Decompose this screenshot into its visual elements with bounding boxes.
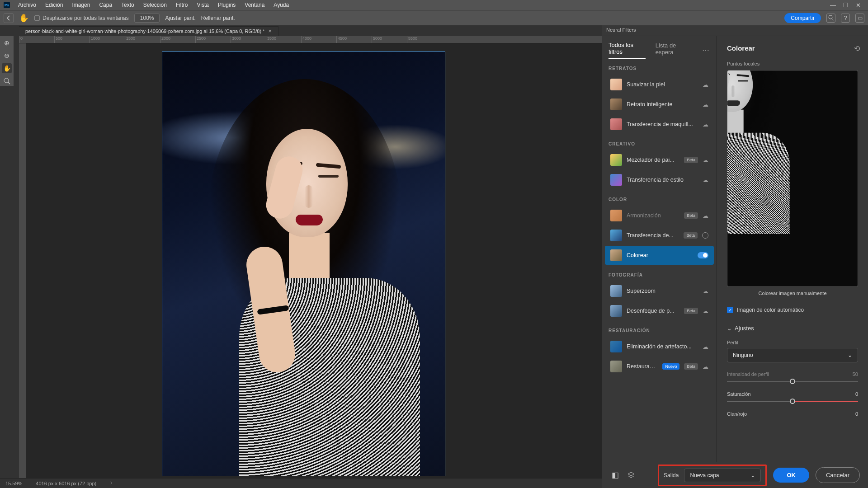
fit-screen-button[interactable]: Ajustar pant.: [165, 15, 195, 21]
menu-imagen[interactable]: Imagen: [67, 2, 94, 8]
auto-color-checkbox[interactable]: ✓ Imagen de color automático: [727, 307, 858, 313]
nav-back-icon[interactable]: [4, 13, 14, 23]
tab-close-icon[interactable]: ×: [269, 28, 272, 34]
tab-waitlist[interactable]: Lista de espera: [656, 42, 692, 58]
cancel-button[interactable]: Cancelar: [816, 467, 860, 483]
neural-filters-panel: Neural Filters Todos los filtros Lista d…: [602, 25, 868, 488]
filter-skin-smooth[interactable]: Suavizar la piel☁: [605, 75, 714, 94]
adjustments-section[interactable]: ⌄ Ajustes: [727, 325, 858, 332]
app-menubar: Ps Archivo Edición Imagen Capa Texto Sel…: [0, 0, 868, 10]
window-close-icon[interactable]: ✕: [852, 2, 864, 9]
hand-tool-icon[interactable]: ✋: [19, 13, 29, 23]
settings-title: Colorear: [727, 44, 858, 52]
filter-colorize[interactable]: Colorear: [605, 246, 714, 265]
search-icon[interactable]: [826, 14, 835, 23]
cloud-icon: ☁: [703, 212, 708, 219]
cloud-icon: ☁: [703, 177, 708, 183]
filter-jpeg-artifacts[interactable]: Eliminación de artefacto...☁: [605, 337, 714, 356]
focal-points-label: Puntos focales: [727, 61, 858, 66]
menu-archivo[interactable]: Archivo: [14, 2, 41, 8]
category-fotografia: FOTOGRAFÍA: [602, 265, 717, 281]
hand-icon[interactable]: ✋: [2, 63, 12, 73]
menu-vista[interactable]: Vista: [192, 2, 213, 8]
cyan-red-label: Cian/rojo: [727, 411, 747, 417]
share-button[interactable]: Compartir: [784, 13, 821, 23]
svg-point-0: [829, 15, 832, 19]
help-icon[interactable]: ?: [841, 14, 850, 23]
zoom-tool-icon[interactable]: [2, 76, 12, 86]
filter-color-transfer[interactable]: Transferencia de...Beta: [605, 226, 714, 245]
category-retratos: RETRATOS: [602, 59, 717, 75]
window-minimize-icon[interactable]: —: [826, 2, 840, 9]
ok-button[interactable]: OK: [773, 468, 809, 483]
manual-colorize-link[interactable]: Colorear imagen manualmente: [727, 291, 858, 296]
output-label: Salida: [664, 472, 679, 479]
menu-texto[interactable]: Texto: [117, 2, 139, 8]
filter-settings: Colorear ⟲ Puntos focales Colorear image…: [717, 36, 868, 462]
filter-makeup-transfer[interactable]: Transferencia de maquill...☁: [605, 115, 714, 134]
panel-footer: ◧ Salida Nueva capa ⌄ OK Cancelar: [602, 462, 868, 488]
options-bar: ✋ Desplazarse por todas las ventanas 100…: [0, 10, 868, 25]
menu-edicion[interactable]: Edición: [41, 2, 67, 8]
filter-landscape-mixer[interactable]: Mezclador de pai...Beta☁: [605, 150, 714, 169]
zoom-level: 15.59%: [5, 481, 22, 486]
more-icon[interactable]: ⋯: [702, 46, 710, 55]
intensity-label: Intensidad de perfil: [727, 371, 769, 377]
saturation-slider[interactable]: [727, 401, 858, 402]
filter-list: Todos los filtros Lista de espera ⋯ RETR…: [602, 36, 717, 462]
cloud-icon: ☁: [703, 288, 708, 295]
category-restauracion: RESTAURACIÓN: [602, 321, 717, 337]
cloud-icon: ☁: [703, 121, 708, 128]
window-maximize-icon[interactable]: ❐: [840, 2, 852, 9]
workspace-icon[interactable]: ▭: [855, 14, 864, 23]
scroll-all-checkbox[interactable]: Desplazarse por todas las ventanas: [34, 15, 129, 21]
output-highlighted-group: Salida Nueva capa ⌄: [658, 465, 767, 486]
status-chevron-icon[interactable]: 〉: [110, 480, 115, 487]
profile-label: Perfil: [727, 340, 858, 345]
menu-filtro[interactable]: Filtro: [171, 2, 193, 8]
menu-capa[interactable]: Capa: [94, 2, 117, 8]
chevron-down-icon: ⌄: [848, 352, 852, 358]
reset-icon[interactable]: ⟲: [854, 44, 860, 53]
document-tab[interactable]: person-black-and-white-girl-woman-white-…: [19, 26, 278, 36]
menu-ayuda[interactable]: Ayuda: [269, 2, 293, 8]
svg-line-1: [832, 19, 834, 20]
svg-point-2: [4, 78, 9, 83]
status-bar: 15.59% 4016 px x 6016 px (72 ppp) 〉: [0, 478, 602, 488]
zoom-in-icon[interactable]: ⊕: [2, 38, 12, 48]
cloud-icon: ☁: [703, 157, 708, 164]
category-creativo: CREATIVO: [602, 134, 717, 150]
chevron-down-icon: ⌄: [750, 472, 755, 479]
filter-style-transfer[interactable]: Transferencia de estilo☁: [605, 170, 714, 189]
scroll-all-label: Desplazarse por todas las ventanas: [42, 15, 129, 21]
intensity-slider[interactable]: [727, 381, 858, 382]
compare-icon[interactable]: ◧: [610, 470, 621, 480]
ruler-vertical: [19, 43, 26, 478]
menu-seleccion[interactable]: Selección: [139, 2, 171, 8]
fill-screen-button[interactable]: Rellenar pant.: [201, 15, 235, 21]
filter-depth-blur[interactable]: Desenfoque de p...Beta☁: [605, 301, 714, 320]
layers-icon[interactable]: [627, 471, 638, 479]
menu-ventana[interactable]: Ventana: [240, 2, 269, 8]
filter-photo-restoration[interactable]: Restauraci...NuevoBeta☁: [605, 357, 714, 376]
zoom-out-icon[interactable]: ⊖: [2, 51, 12, 61]
output-select[interactable]: Nueva capa ⌄: [684, 469, 761, 482]
toggle-on-icon[interactable]: [698, 252, 708, 258]
zoom-100-button[interactable]: 100%: [134, 14, 160, 23]
intensity-value: 50: [853, 371, 858, 377]
profile-select[interactable]: Ninguno ⌄: [727, 348, 858, 362]
preview-image[interactable]: [727, 70, 858, 287]
filter-smart-portrait[interactable]: Retrato inteligente☁: [605, 95, 714, 114]
panel-title: Neural Filters: [602, 25, 868, 36]
filter-superzoom[interactable]: Superzoom☁: [605, 282, 714, 300]
tab-all-filters[interactable]: Todos los filtros: [609, 42, 646, 59]
left-toolbar: ⊕ ⊖ ✋: [0, 36, 14, 86]
saturation-value: 0: [855, 391, 858, 397]
menu-plugins[interactable]: Plugins: [213, 2, 240, 8]
document-title: person-black-and-white-girl-woman-white-…: [25, 28, 265, 34]
filter-harmonization[interactable]: ArmonizaciónBeta☁: [605, 206, 714, 225]
toggle-off-icon[interactable]: [702, 232, 708, 239]
cloud-icon: ☁: [703, 81, 708, 88]
saturation-label: Saturación: [727, 391, 751, 397]
canvas-area[interactable]: [26, 43, 602, 478]
